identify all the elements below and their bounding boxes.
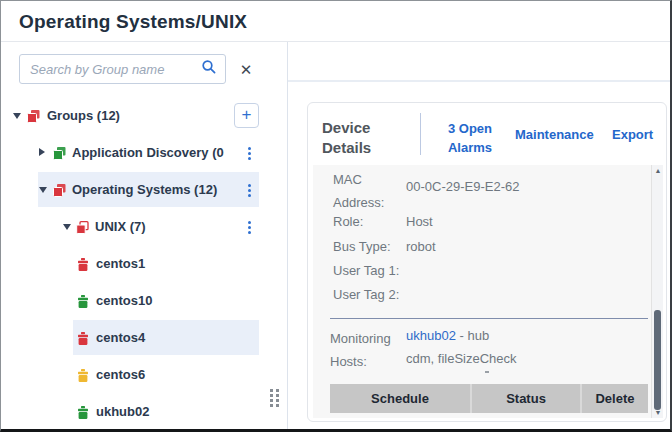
add-group-button[interactable]: +: [234, 103, 259, 128]
sidebar-item-label: centos10: [96, 282, 152, 319]
device-status-icon: [77, 405, 89, 423]
panel-header-divider: [288, 80, 670, 82]
sidebar-item-label: ukhub02: [96, 393, 149, 430]
host-suffix: - hub: [456, 328, 489, 343]
field-label-mac: MAC Address:: [333, 168, 405, 214]
column-header-delete: Delete: [582, 384, 648, 413]
sidebar-item-label: centos1: [96, 245, 145, 282]
host-link[interactable]: ukhub02: [406, 328, 456, 343]
drag-handle-icon[interactable]: [270, 389, 279, 407]
kebab-menu-icon[interactable]: [244, 147, 254, 161]
collapse-arrow-icon[interactable]: [13, 113, 21, 119]
sidebar-item-application-discovery[interactable]: Application Discovery (0: [1, 134, 259, 171]
column-header-schedule: Schedule: [330, 384, 470, 413]
section-divider: [330, 318, 648, 319]
sidebar-item-ukhub02[interactable]: ukhub02: [1, 393, 259, 430]
title-divider: [1, 41, 670, 42]
search-input[interactable]: [30, 62, 201, 77]
app-window: Operating Systems/UNIX ✕ Groups (12) + A…: [0, 0, 672, 432]
search-icon[interactable]: [201, 59, 217, 79]
device-details-scroll-area: MAC Address: 00-0C-29-E9-E2-62 Role: Hos…: [313, 165, 663, 418]
device-status-icon: [77, 331, 89, 349]
device-details-card: Device Details 3 Open Alarms Maintenance…: [307, 102, 667, 422]
field-value-role: Host: [406, 214, 433, 229]
device-status-icon: [77, 294, 89, 312]
header-divider: [420, 113, 421, 155]
sidebar-item-label: UNIX (7): [95, 208, 146, 245]
export-link[interactable]: Export: [612, 127, 653, 142]
monitoring-probes-value: cdm, fileSizeCheck: [406, 351, 517, 366]
field-value-bus-type: robot: [406, 239, 436, 254]
open-alarms-link[interactable]: 3 Open Alarms: [437, 119, 503, 157]
close-icon[interactable]: ✕: [235, 59, 257, 81]
page-title: Operating Systems/UNIX: [19, 11, 247, 33]
collapse-arrow-icon[interactable]: [39, 187, 47, 193]
sidebar-item-label: centos4: [96, 319, 145, 356]
sidebar-item-label: Operating Systems (12): [72, 171, 217, 208]
sidebar-item-label: Application Discovery (0: [72, 134, 224, 171]
scrollbar[interactable]: ▲ ▼: [651, 165, 663, 418]
scrollbar-thumb[interactable]: [654, 310, 661, 410]
scroll-up-icon[interactable]: ▲: [652, 167, 664, 174]
sidebar-item-operating-systems[interactable]: Operating Systems (12): [1, 171, 259, 208]
sidebar-item-label: Groups (12): [47, 97, 120, 134]
sidebar-item-centos4[interactable]: centos4: [1, 319, 259, 356]
monitoring-host-value: ukhub02 - hub: [406, 328, 489, 343]
kebab-menu-icon[interactable]: [244, 184, 254, 198]
maintenance-link[interactable]: Maintenance: [515, 127, 594, 142]
group-status-icon: [76, 220, 89, 238]
schedule-table-header: Schedule Status Delete: [330, 384, 648, 413]
group-status-icon: [53, 146, 66, 164]
group-search-box[interactable]: [19, 54, 226, 84]
expand-arrow-icon[interactable]: [39, 148, 45, 156]
sidebar-item-centos10[interactable]: centos10: [1, 282, 259, 319]
kebab-menu-icon[interactable]: [244, 221, 254, 235]
panel-divider: [287, 42, 288, 429]
scroll-down-icon[interactable]: ▼: [652, 409, 664, 416]
sidebar-item-centos1[interactable]: centos1: [1, 245, 259, 282]
field-label-monitoring-hosts: Monitoring Hosts:: [330, 327, 408, 373]
field-value-mac: 00-0C-29-E9-E2-62: [406, 179, 519, 194]
device-details-title: Device Details: [322, 118, 404, 158]
group-status-icon: [53, 183, 66, 201]
sidebar-item-centos6[interactable]: centos6: [1, 356, 259, 393]
field-label-user-tag-1: User Tag 1:: [333, 263, 399, 278]
resize-dash-icon: [485, 371, 489, 373]
sidebar-item-unix[interactable]: UNIX (7): [1, 208, 259, 245]
column-header-status: Status: [472, 384, 580, 413]
sidebar-item-label: centos6: [96, 356, 145, 393]
field-label-role: Role:: [333, 214, 363, 229]
field-label-bus-type: Bus Type:: [333, 239, 391, 254]
device-status-icon: [77, 368, 89, 386]
field-label-user-tag-2: User Tag 2:: [333, 287, 399, 302]
collapse-arrow-icon[interactable]: [63, 224, 71, 230]
sidebar-item-groups[interactable]: Groups (12) +: [1, 97, 259, 134]
device-status-icon: [77, 257, 89, 275]
group-status-icon: [27, 109, 40, 127]
